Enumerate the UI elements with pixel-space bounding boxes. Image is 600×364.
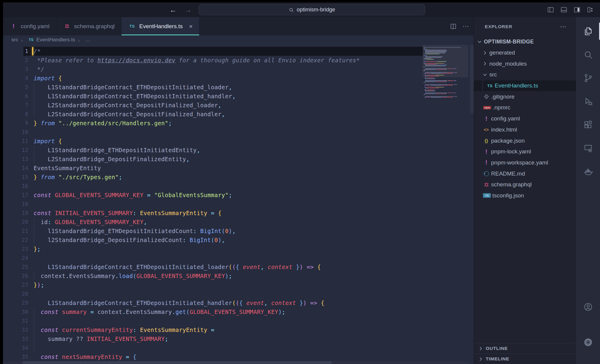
- command-center-search[interactable]: optimism-bridge: [199, 4, 425, 15]
- editor-more-actions-icon[interactable]: ⋯: [462, 22, 470, 30]
- explorer-more-actions-icon[interactable]: ⋯: [560, 23, 567, 30]
- sidebar-title: EXPLORER: [485, 24, 512, 29]
- sidebar-item-index.html[interactable]: <>index.html: [474, 124, 576, 135]
- tab-label: config.yaml: [21, 23, 50, 30]
- breadcrumb-separator-icon: ›: [78, 37, 83, 43]
- item-label: package.json: [491, 138, 525, 144]
- source-control-icon[interactable]: [582, 72, 594, 84]
- code-line-3: */: [34, 65, 360, 74]
- item-label: index.html: [491, 126, 517, 133]
- item-label: generated: [489, 49, 515, 56]
- tab-config.yaml[interactable]: !config.yaml: [3, 17, 56, 35]
- tab-schema.graphql[interactable]: schema.graphql: [56, 17, 122, 35]
- horizontal-scrollbar-thumb[interactable]: [23, 361, 332, 364]
- tsjson-file-icon: TS: [482, 193, 491, 198]
- code-line-30: const summary = context.EventsSummary.ge…: [34, 307, 360, 316]
- search-icon[interactable]: [582, 48, 594, 61]
- sidebar-item-pnpm-workspace.yaml[interactable]: !pnpm-workspace.yaml: [474, 157, 576, 168]
- sidebar-item-node_modules[interactable]: node_modules: [474, 58, 576, 69]
- run-debug-icon[interactable]: [582, 95, 594, 108]
- sidebar-item-src[interactable]: src: [474, 69, 576, 80]
- code-line-32: const currentSummaryEntity: EventsSummar…: [34, 325, 360, 334]
- code-line-4: import {: [34, 74, 360, 83]
- explorer-icon[interactable]: [582, 25, 594, 37]
- npm-file-icon: npm: [482, 106, 492, 109]
- breadcrumb[interactable]: src›TSEventHandlers.ts›...: [3, 35, 474, 44]
- tab-EventHandlers.ts[interactable]: TSEventHandlers.ts×: [122, 17, 200, 35]
- customize-layout-icon[interactable]: [586, 6, 594, 13]
- sidebar-item-.npmrc[interactable]: npm.npmrc: [474, 102, 576, 113]
- back-arrow-icon[interactable]: ←: [170, 6, 177, 13]
- split-editor-icon[interactable]: [450, 23, 457, 30]
- code-line-11: import {: [34, 137, 360, 146]
- code-line-15: } from "./src/Types.gen";: [34, 173, 360, 182]
- settings-icon[interactable]: [582, 336, 594, 348]
- breadcrumb-item[interactable]: src: [11, 37, 18, 43]
- tab-label: EventHandlers.ts: [139, 23, 183, 30]
- item-label: node_modules: [489, 61, 527, 67]
- item-label: config.yaml: [491, 115, 520, 122]
- sidebar-item-tsconfig.json[interactable]: TStsconfig.json: [474, 190, 576, 201]
- code-editor[interactable]: 1234567891011121314151617181920212223242…: [3, 44, 474, 364]
- item-label: schema.graphql: [491, 181, 532, 188]
- sidebar-item-.gitignore[interactable]: .gitignore: [474, 91, 576, 102]
- section-timeline[interactable]: TIMELINE: [474, 354, 576, 364]
- minimap[interactable]: [424, 46, 467, 99]
- code-line-34: [34, 343, 360, 352]
- breadcrumb-item[interactable]: ...: [86, 37, 90, 43]
- activity-bar: [576, 17, 600, 364]
- sidebar-item-generated[interactable]: generated: [474, 47, 576, 58]
- code-line-26: context.EventsSummary.load(GLOBAL_EVENTS…: [34, 271, 360, 280]
- item-label: .gitignore: [491, 93, 514, 100]
- code-line-13: L2StandardBridge_DepositFinalizedEntity,: [34, 155, 360, 164]
- title-bar: ← → optimism-bridge: [3, 2, 600, 17]
- editor-group: !config.yamlschema.graphqlTSEventHandler…: [3, 17, 474, 364]
- code-line-12: L1StandardBridge_ETHDepositInitiatedEnti…: [34, 146, 360, 155]
- code-line-17: const GLOBAL_EVENTS_SUMMARY_KEY = "Globa…: [34, 191, 360, 200]
- sidebar-item-package.json[interactable]: {}package.json: [474, 135, 576, 146]
- code-line-29: L1StandardBridgeContract_ETHDepositIniti…: [34, 298, 360, 307]
- section-outline[interactable]: OUTLINE: [474, 343, 576, 354]
- code-line-19: const INITIAL_EVENTS_SUMMARY: EventsSumm…: [34, 209, 360, 218]
- code-line-1: /*: [34, 47, 360, 56]
- item-label: README.md: [491, 170, 525, 177]
- sidebar-item-OPTIMISM-BRIDGE[interactable]: OPTIMISM-BRIDGE: [474, 36, 576, 47]
- graphql-file-icon: [482, 182, 490, 188]
- chevron-down-icon: [482, 72, 488, 77]
- chevron-right-icon: [482, 61, 488, 66]
- tree-indent-guide: [482, 80, 483, 91]
- code-line-33: summary ?? INITIAL_EVENTS_SUMMARY;: [34, 334, 360, 343]
- extensions-icon[interactable]: [582, 118, 594, 131]
- account-icon[interactable]: [582, 300, 594, 313]
- layout-controls: [547, 2, 594, 17]
- vertical-scrollbar[interactable]: [470, 45, 474, 113]
- forward-arrow-icon[interactable]: →: [184, 6, 192, 13]
- close-icon[interactable]: ×: [189, 23, 193, 30]
- code-line-22: l2StandardBridge_DepositFinalizedCount: …: [34, 235, 360, 244]
- item-label: tsconfig.json: [492, 192, 524, 199]
- sidebar-item-README.md[interactable]: iREADME.md: [474, 168, 576, 179]
- code-line-14: EventsSummaryEntity: [34, 164, 360, 173]
- line-numbers-gutter: 1234567891011121314151617181920212223242…: [3, 47, 28, 364]
- yaml-file-icon: !: [482, 148, 490, 155]
- chevron-right-icon: [478, 357, 483, 362]
- breadcrumb-item[interactable]: EventHandlers.ts: [36, 37, 75, 43]
- tab-bar: !config.yamlschema.graphqlTSEventHandler…: [3, 17, 474, 35]
- sidebar-item-config.yaml[interactable]: !config.yaml: [474, 113, 576, 124]
- code-line-16: [34, 182, 360, 191]
- chevron-right-icon: [482, 50, 488, 55]
- sidebar-sections: OUTLINETIMELINE: [474, 343, 576, 364]
- toggle-secondary-sidebar-icon[interactable]: [573, 6, 581, 13]
- item-label: pnpm-workspace.yaml: [491, 159, 548, 166]
- toggle-panel-icon[interactable]: [560, 6, 568, 13]
- sidebar-item-pnpm-lock.yaml[interactable]: !pnpm-lock.yaml: [474, 146, 576, 157]
- sidebar-item-schema.graphql[interactable]: schema.graphql: [474, 179, 576, 190]
- live-preview-icon[interactable]: [582, 142, 594, 154]
- yaml-file-icon: !: [482, 115, 490, 122]
- docker-icon[interactable]: [582, 165, 594, 178]
- ts-file-icon: TS: [29, 38, 34, 42]
- sidebar-item-EventHandlers.ts[interactable]: TSEventHandlers.ts: [474, 80, 576, 91]
- code-line-6: L1StandardBridgeContract_ETHDepositIniti…: [34, 92, 360, 101]
- horizontal-scrollbar[interactable]: [3, 361, 469, 364]
- toggle-primary-sidebar-icon[interactable]: [547, 6, 554, 13]
